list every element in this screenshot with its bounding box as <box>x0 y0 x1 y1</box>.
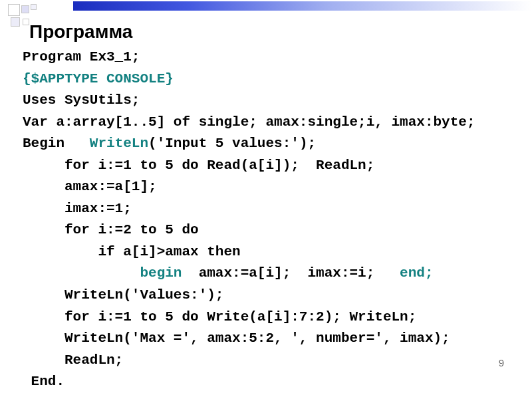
square-icon <box>8 4 20 16</box>
square-icon <box>11 17 20 27</box>
code-keyword: end; <box>400 265 433 281</box>
code-line: for i:=1 to 5 do Write(a[i]:7:2); WriteL… <box>23 307 519 329</box>
square-icon <box>21 5 29 13</box>
code-line: {$APPTYPE CONSOLE} <box>23 68 519 90</box>
code-text: ('Input 5 values:'); <box>148 136 316 151</box>
code-line: imax:=1; <box>23 198 519 220</box>
code-line: for i:=1 to 5 do Read(a[i]); ReadLn; <box>23 155 519 177</box>
slide: Программа Program Ex3_1; {$APPTYPE CONSO… <box>0 0 532 399</box>
code-line: if a[i]>amax then <box>23 241 519 263</box>
code-keyword: begin <box>140 265 198 281</box>
code-block: Program Ex3_1; {$APPTYPE CONSOLE} Uses S… <box>23 47 519 393</box>
code-line: End. <box>23 371 519 393</box>
square-icon <box>23 19 29 25</box>
code-line: Begin WriteLn('Input 5 values:'); <box>23 133 519 155</box>
square-icon <box>31 4 37 10</box>
page-number: 9 <box>499 357 504 368</box>
code-line: ReadLn; <box>23 350 519 372</box>
code-line: WriteLn('Values:'); <box>23 285 519 307</box>
code-line: Var a:array[1..5] of single; amax:single… <box>23 112 519 134</box>
code-line: Program Ex3_1; <box>23 47 519 68</box>
code-line: Uses SysUtils; <box>23 90 519 112</box>
code-text: amax:=a[i]; imax:=i; <box>199 265 400 281</box>
slide-title: Программа <box>29 21 132 43</box>
code-line: for i:=2 to 5 do <box>23 219 519 241</box>
code-line: amax:=a[1]; <box>23 176 519 198</box>
code-text <box>23 265 140 281</box>
code-line: WriteLn('Max =', amax:5:2, ', number=', … <box>23 328 519 350</box>
header-bar <box>0 0 532 19</box>
code-keyword: WriteLn <box>90 136 148 151</box>
header-gradient <box>73 1 532 11</box>
code-line: begin amax:=a[i]; imax:=i; end; <box>23 263 519 285</box>
code-text: Begin <box>23 136 90 151</box>
